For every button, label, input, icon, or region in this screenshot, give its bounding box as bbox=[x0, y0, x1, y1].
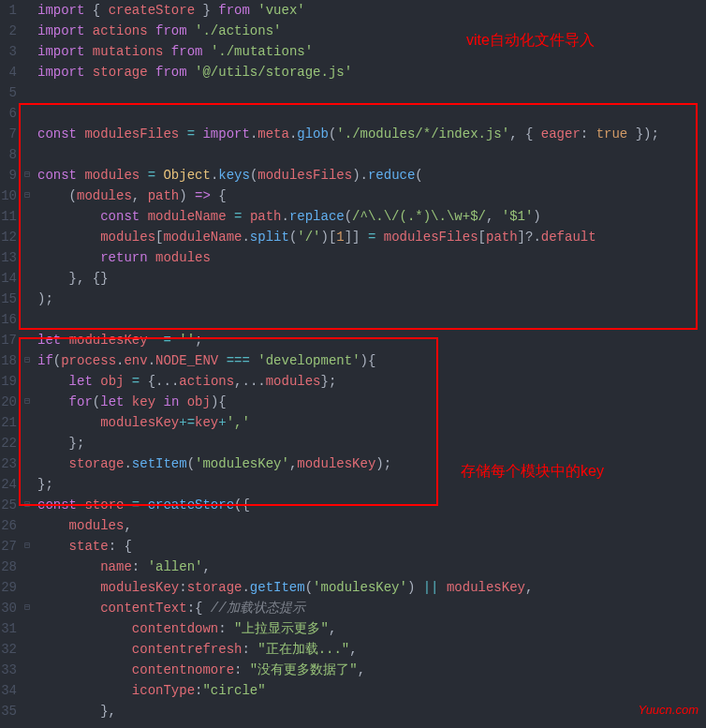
code-line[interactable]: iconType:"circle" bbox=[37, 680, 706, 701]
code-line[interactable]: contentText:{ //加载状态提示 bbox=[37, 598, 706, 618]
fold-marker bbox=[24, 577, 37, 598]
fold-marker bbox=[24, 82, 37, 103]
code-line[interactable]: modules, bbox=[37, 515, 706, 536]
code-line[interactable]: let modulesKey = ''; bbox=[37, 330, 706, 350]
code-line[interactable]: import actions from './actions' bbox=[37, 21, 706, 41]
code-line[interactable] bbox=[37, 144, 706, 165]
fold-marker[interactable]: ⊟ bbox=[24, 165, 37, 186]
code-editor[interactable]: 1234567891011121314151617181920212223242… bbox=[0, 0, 706, 721]
code-line[interactable]: state: { bbox=[37, 536, 706, 557]
code-line[interactable]: }; bbox=[37, 433, 706, 453]
fold-marker bbox=[24, 227, 37, 247]
fold-marker bbox=[24, 103, 37, 124]
line-number: 15 bbox=[0, 289, 17, 309]
fold-marker bbox=[24, 453, 37, 474]
code-line[interactable]: return modules bbox=[37, 247, 706, 268]
fold-marker bbox=[24, 371, 37, 392]
line-number: 20 bbox=[0, 392, 17, 412]
fold-marker bbox=[24, 557, 37, 577]
fold-marker bbox=[24, 21, 37, 41]
code-line[interactable]: import storage from '@/utils/storage.js' bbox=[37, 62, 706, 82]
code-line[interactable]: name: 'allen', bbox=[37, 557, 706, 577]
line-number: 28 bbox=[0, 557, 17, 577]
line-number: 16 bbox=[0, 309, 17, 330]
line-number: 1 bbox=[0, 0, 17, 21]
fold-marker bbox=[24, 289, 37, 309]
line-number: 21 bbox=[0, 412, 17, 433]
code-line[interactable]: const moduleName = path.replace(/^\.\/(.… bbox=[37, 206, 706, 227]
fold-marker[interactable]: ⊟ bbox=[24, 350, 37, 371]
code-line[interactable]: contentnomore: "没有更多数据了", bbox=[37, 660, 706, 680]
fold-marker bbox=[24, 62, 37, 82]
code-area[interactable]: import { createStore } from 'vuex'import… bbox=[37, 0, 706, 721]
code-line[interactable]: const modules = Object.keys(modulesFiles… bbox=[37, 165, 706, 186]
line-number: 2 bbox=[0, 21, 17, 41]
line-number: 26 bbox=[0, 515, 17, 536]
fold-marker bbox=[24, 660, 37, 680]
fold-marker[interactable]: ⊟ bbox=[24, 392, 37, 412]
code-line[interactable]: modulesKey:storage.getItem('modulesKey')… bbox=[37, 577, 706, 598]
line-number: 33 bbox=[0, 660, 17, 680]
code-line[interactable] bbox=[37, 82, 706, 103]
watermark: Yuucn.com bbox=[638, 700, 699, 721]
line-number: 19 bbox=[0, 371, 17, 392]
fold-marker[interactable]: ⊟ bbox=[24, 495, 37, 515]
fold-marker bbox=[24, 268, 37, 289]
line-number: 27 bbox=[0, 536, 17, 557]
code-line[interactable]: const store = createStore({ bbox=[37, 495, 706, 515]
code-line[interactable]: }, {} bbox=[37, 268, 706, 289]
line-number: 5 bbox=[0, 82, 17, 103]
line-number: 24 bbox=[0, 474, 17, 495]
fold-marker bbox=[24, 330, 37, 350]
line-number: 35 bbox=[0, 701, 17, 721]
line-number: 32 bbox=[0, 639, 17, 660]
fold-marker bbox=[24, 474, 37, 495]
line-number: 31 bbox=[0, 618, 17, 639]
line-number: 11 bbox=[0, 206, 17, 227]
fold-marker bbox=[24, 680, 37, 701]
line-number: 34 bbox=[0, 680, 17, 701]
line-number: 25 bbox=[0, 495, 17, 515]
code-line[interactable]: }; bbox=[37, 474, 706, 495]
code-line[interactable]: import mutations from './mutations' bbox=[37, 41, 706, 62]
line-number: 6 bbox=[0, 103, 17, 124]
code-line[interactable]: contentdown: "上拉显示更多", bbox=[37, 618, 706, 639]
code-line[interactable]: import { createStore } from 'vuex' bbox=[37, 0, 706, 21]
fold-marker bbox=[24, 618, 37, 639]
fold-marker bbox=[24, 515, 37, 536]
fold-marker bbox=[24, 144, 37, 165]
line-number: 14 bbox=[0, 268, 17, 289]
fold-marker bbox=[24, 701, 37, 721]
code-line[interactable]: }, bbox=[37, 701, 706, 721]
line-number: 30 bbox=[0, 598, 17, 618]
code-line[interactable]: (modules, path) => { bbox=[37, 186, 706, 206]
code-line[interactable]: let obj = {...actions,...modules}; bbox=[37, 371, 706, 392]
code-line[interactable] bbox=[37, 103, 706, 124]
code-line[interactable]: modules[moduleName.split('/')[1]] = modu… bbox=[37, 227, 706, 247]
fold-marker[interactable]: ⊟ bbox=[24, 598, 37, 618]
code-line[interactable]: storage.setItem('modulesKey',modulesKey)… bbox=[37, 453, 706, 474]
line-number: 8 bbox=[0, 144, 17, 165]
code-line[interactable]: if(process.env.NODE_ENV === 'development… bbox=[37, 350, 706, 371]
fold-marker bbox=[24, 433, 37, 453]
code-line[interactable]: contentrefresh: "正在加载...", bbox=[37, 639, 706, 660]
fold-gutter[interactable]: ⊟⊟⊟⊟⊟⊟⊟ bbox=[24, 0, 37, 721]
line-number: 7 bbox=[0, 124, 17, 144]
code-line[interactable] bbox=[37, 309, 706, 330]
line-number-gutter: 1234567891011121314151617181920212223242… bbox=[0, 0, 24, 721]
line-number: 9 bbox=[0, 165, 17, 186]
fold-marker bbox=[24, 639, 37, 660]
code-line[interactable]: ); bbox=[37, 289, 706, 309]
code-line[interactable]: for(let key in obj){ bbox=[37, 392, 706, 412]
fold-marker[interactable]: ⊟ bbox=[24, 536, 37, 557]
code-line[interactable]: const modulesFiles = import.meta.glob('.… bbox=[37, 124, 706, 144]
fold-marker bbox=[24, 0, 37, 21]
fold-marker bbox=[24, 124, 37, 144]
line-number: 18 bbox=[0, 350, 17, 371]
line-number: 17 bbox=[0, 330, 17, 350]
line-number: 12 bbox=[0, 227, 17, 247]
code-line[interactable]: modulesKey+=key+',' bbox=[37, 412, 706, 433]
line-number: 22 bbox=[0, 433, 17, 453]
fold-marker[interactable]: ⊟ bbox=[24, 186, 37, 206]
line-number: 4 bbox=[0, 62, 17, 82]
